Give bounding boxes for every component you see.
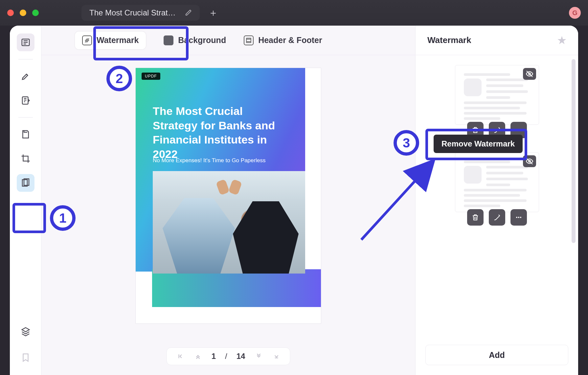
- organize-icon[interactable]: [17, 125, 34, 143]
- tab-header-footer-label: Header & Footer: [258, 35, 322, 45]
- document-tab[interactable]: The Most Crucial Strategy: [81, 5, 200, 21]
- layers-icon[interactable]: [17, 322, 34, 340]
- page-navigator: 1 / 14: [167, 347, 290, 365]
- add-watermark-button[interactable]: Add: [425, 345, 568, 365]
- watermark-list: [416, 55, 578, 343]
- rail-separator: [18, 59, 33, 59]
- document-subtitle: No More Expenses! It's Time to Go Paperl…: [153, 157, 265, 164]
- reader-icon[interactable]: [17, 33, 34, 51]
- prev-page-button[interactable]: [194, 353, 202, 360]
- bookmark-icon[interactable]: [17, 349, 34, 366]
- tab-header-footer[interactable]: Header & Footer: [244, 35, 322, 45]
- header-footer-icon: [244, 35, 254, 45]
- panel-title: Watermark: [427, 35, 471, 45]
- visibility-toggle-icon[interactable]: [523, 68, 536, 80]
- add-tab-button[interactable]: ＋: [208, 6, 218, 20]
- page-preview: UPDF The Most Crucial Strategy for Banks…: [135, 68, 321, 324]
- fullscreen-window-icon[interactable]: [32, 10, 39, 16]
- svg-point-6: [516, 129, 517, 131]
- more-watermark-button[interactable]: [510, 209, 527, 226]
- close-window-icon[interactable]: [7, 10, 14, 16]
- page-tools-topbar: Watermark Background Header & Footer: [41, 26, 415, 55]
- page-tools-icon[interactable]: [17, 174, 34, 192]
- left-toolbar: [10, 26, 41, 375]
- svg-rect-4: [246, 38, 251, 43]
- avatar-letter: G: [572, 9, 577, 17]
- rail-separator: [18, 117, 33, 118]
- background-icon: [164, 35, 173, 45]
- watermark-logo: UPDF: [142, 73, 160, 80]
- tab-watermark-label: Watermark: [97, 35, 139, 45]
- first-page-button[interactable]: [176, 353, 185, 360]
- minimize-window-icon[interactable]: [20, 10, 26, 16]
- visibility-toggle-icon[interactable]: [523, 155, 536, 167]
- watermark-panel: Watermark ★: [415, 26, 578, 375]
- svg-point-10: [516, 217, 517, 218]
- highlighter-icon[interactable]: [17, 67, 34, 85]
- avatar[interactable]: G: [569, 7, 581, 19]
- cover-photo: [153, 171, 305, 274]
- scrollbar[interactable]: [572, 59, 576, 243]
- tab-watermark[interactable]: Watermark: [75, 32, 146, 49]
- tab-title-label: The Most Crucial Strategy: [89, 8, 180, 17]
- total-pages: 14: [237, 352, 245, 361]
- titlebar: The Most Crucial Strategy ＋ G: [0, 0, 588, 26]
- add-watermark-label: Add: [489, 350, 505, 360]
- tab-background[interactable]: Background: [164, 35, 226, 45]
- annotate-icon[interactable]: [17, 92, 34, 109]
- document-area: Watermark Background Header & Footer: [41, 26, 415, 375]
- crop-icon[interactable]: [17, 150, 34, 167]
- next-page-button[interactable]: [254, 353, 263, 360]
- page-separator: /: [225, 352, 227, 361]
- document-title: The Most Crucial Strategy for Banks and …: [153, 104, 284, 161]
- watermark-item[interactable]: [455, 152, 539, 212]
- svg-point-11: [518, 217, 519, 218]
- svg-point-7: [518, 129, 519, 131]
- favorite-icon[interactable]: ★: [557, 34, 566, 46]
- current-page[interactable]: 1: [212, 352, 216, 361]
- tooltip-remove-watermark: Remove Watermark: [434, 135, 523, 153]
- watermark-icon: [82, 35, 92, 45]
- tab-background-label: Background: [178, 35, 226, 45]
- rename-tab-icon[interactable]: [185, 10, 192, 16]
- delete-watermark-button[interactable]: [467, 209, 484, 226]
- cover-gradient-footer: [152, 269, 321, 307]
- last-page-button[interactable]: [272, 353, 281, 360]
- window-controls: [7, 10, 39, 16]
- edit-watermark-button[interactable]: [489, 209, 505, 226]
- svg-point-8: [520, 129, 521, 131]
- svg-point-12: [520, 217, 521, 218]
- watermark-item[interactable]: [455, 65, 539, 125]
